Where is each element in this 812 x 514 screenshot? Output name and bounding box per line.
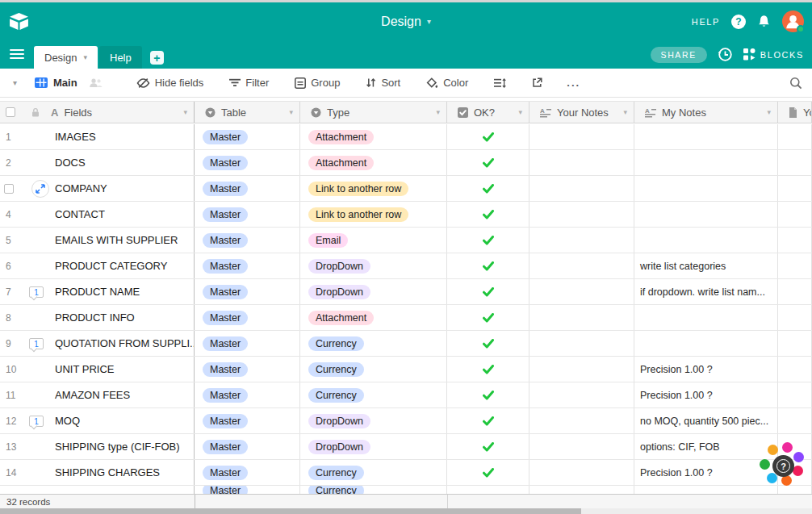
table-row-9[interactable]: 91QUOTATION FROM SUPPLI...MasterCurrency: [0, 331, 812, 357]
cell-table[interactable]: Master: [195, 357, 300, 382]
table-row-4[interactable]: 4CONTACTMasterLink to another row: [0, 202, 812, 228]
column-header-type[interactable]: Type▾: [300, 102, 447, 123]
column-header-your-notes[interactable]: AYour Notes▾: [529, 102, 634, 123]
cell-table[interactable]: Master: [195, 124, 300, 149]
sort-button[interactable]: Sort: [366, 77, 400, 89]
cell-my-notes[interactable]: [634, 228, 778, 253]
cell-extra[interactable]: [778, 202, 812, 227]
column-header-my-notes[interactable]: AMy Notes▾: [634, 102, 778, 123]
cell-my-notes[interactable]: Precision 1.00 ?: [634, 357, 778, 382]
cell-ok[interactable]: [447, 202, 529, 227]
cell-your-notes[interactable]: [529, 253, 634, 278]
cell-your-notes[interactable]: [529, 124, 634, 149]
help-link[interactable]: HELP: [692, 17, 720, 27]
tab-design[interactable]: Design ▾: [34, 46, 98, 69]
cell-your-notes[interactable]: [529, 460, 634, 485]
cell-your-notes[interactable]: [529, 434, 634, 459]
help-launcher-widget[interactable]: ?: [760, 441, 808, 491]
cell-my-notes[interactable]: Precision 1.00 ?: [634, 382, 778, 407]
cell-my-notes[interactable]: write list categories: [634, 253, 778, 278]
column-caret-icon[interactable]: ▾: [518, 108, 522, 116]
cell-table[interactable]: Master: [195, 408, 300, 433]
cell-your-notes[interactable]: [529, 382, 634, 407]
view-sidebar-caret-icon[interactable]: ▾: [13, 78, 17, 87]
cell-table[interactable]: Master: [195, 150, 300, 175]
tab-help[interactable]: Help: [99, 46, 142, 69]
table-row-11[interactable]: 11AMAZON FEESMasterCurrencyPrecision 1.0…: [0, 382, 812, 408]
cell-fields[interactable]: 121MOQ: [0, 408, 195, 433]
notifications-bell-icon[interactable]: [757, 15, 771, 28]
cell-extra[interactable]: [778, 253, 812, 278]
collaborators-icon[interactable]: [89, 78, 103, 88]
cell-table[interactable]: Master: [195, 305, 300, 330]
cell-type[interactable]: Link to another row: [300, 202, 447, 227]
cell-fields[interactable]: 8PRODUCT INFO: [0, 305, 195, 330]
cell-table[interactable]: Master: [195, 382, 300, 407]
cell-your-notes[interactable]: [529, 228, 634, 253]
comment-count-badge[interactable]: 1: [29, 416, 44, 427]
cell-fields[interactable]: 4CONTACT: [0, 202, 195, 227]
cell-type[interactable]: Currency: [300, 357, 447, 382]
cell-extra[interactable]: [778, 408, 812, 433]
cell-fields[interactable]: 10UNIT PRICE: [0, 357, 195, 382]
cell-type[interactable]: Currency: [300, 382, 447, 407]
cell-extra[interactable]: [778, 279, 812, 304]
cell-fields[interactable]: 2DOCS: [0, 150, 195, 175]
cell-type[interactable]: Currency: [300, 460, 447, 485]
cell-ok[interactable]: [447, 253, 529, 278]
share-button[interactable]: SHARE: [651, 47, 707, 63]
sidebar-menu-icon[interactable]: [10, 49, 24, 61]
select-all-checkbox[interactable]: [6, 107, 15, 117]
comment-count-badge[interactable]: 1: [29, 338, 44, 349]
cell-fields[interactable]: 13SHIPPING type (CIF-FOB): [0, 434, 195, 459]
filter-button[interactable]: Filter: [229, 77, 269, 89]
cell-type[interactable]: Attachment: [300, 124, 447, 149]
open-view-button[interactable]: [532, 77, 542, 88]
column-caret-icon[interactable]: ▾: [436, 108, 440, 116]
cell-your-notes[interactable]: [529, 202, 634, 227]
cell-extra[interactable]: [778, 124, 812, 149]
column-caret-icon[interactable]: ▾: [289, 108, 293, 116]
cell-fields[interactable]: COMPANY: [0, 176, 195, 201]
table-row-14[interactable]: 14SHIPPING CHARGESMasterCurrencyPrecisio…: [0, 460, 812, 486]
hide-fields-button[interactable]: Hide fields: [136, 77, 204, 89]
history-icon[interactable]: [718, 47, 733, 62]
column-header-table[interactable]: Table▾: [195, 102, 300, 123]
cell-type[interactable]: DropDown: [300, 253, 447, 278]
cell-your-notes[interactable]: [529, 279, 634, 304]
cell-your-notes[interactable]: [529, 305, 634, 330]
cell-type[interactable]: Email: [300, 228, 447, 253]
cell-fields[interactable]: 5EMAILS WITH SUPPLIER: [0, 228, 195, 253]
cell-table[interactable]: Master: [195, 176, 300, 201]
cell-my-notes[interactable]: [634, 150, 778, 175]
cell-ok[interactable]: [447, 382, 529, 407]
view-name[interactable]: Main: [53, 77, 77, 89]
blocks-button[interactable]: BLOCKS: [743, 48, 804, 61]
table-row-7[interactable]: 71PRODUCT NAMEMasterDropDownif dropdown.…: [0, 279, 812, 305]
cell-fields[interactable]: 91QUOTATION FROM SUPPLI...: [0, 331, 195, 356]
group-button[interactable]: Group: [295, 77, 340, 89]
more-options-button[interactable]: ...: [567, 77, 580, 89]
table-row-12[interactable]: 121MOQMasterDropDownno MOQ, quantity 500…: [0, 408, 812, 434]
base-title[interactable]: Design ▾: [381, 15, 431, 29]
cell-extra[interactable]: [778, 228, 812, 253]
airtable-logo-icon[interactable]: [8, 12, 30, 31]
cell-your-notes[interactable]: [529, 357, 634, 382]
cell-extra[interactable]: [778, 150, 812, 175]
cell-extra[interactable]: [778, 176, 812, 201]
table-row-5[interactable]: 5EMAILS WITH SUPPLIERMasterEmail: [0, 228, 812, 253]
cell-type[interactable]: Currency: [300, 331, 447, 356]
cell-my-notes[interactable]: [634, 176, 778, 201]
cell-fields[interactable]: 11AMAZON FEES: [0, 382, 195, 407]
column-header-ok[interactable]: OK?▾: [447, 102, 529, 123]
cell-table[interactable]: Master: [195, 202, 300, 227]
cell-ok[interactable]: [447, 357, 529, 382]
row-height-button[interactable]: [494, 78, 506, 88]
cell-ok[interactable]: [447, 460, 529, 485]
cell-my-notes[interactable]: [634, 331, 778, 356]
horizontal-scrollbar[interactable]: [0, 508, 812, 514]
cell-my-notes[interactable]: no MOQ, quantity 500 piec...: [634, 408, 778, 433]
color-button[interactable]: Color: [426, 77, 468, 89]
column-header-extra[interactable]: Yo: [778, 102, 812, 123]
table-row-6[interactable]: 6PRODUCT CATEGORYMasterDropDownwrite lis…: [0, 253, 812, 279]
